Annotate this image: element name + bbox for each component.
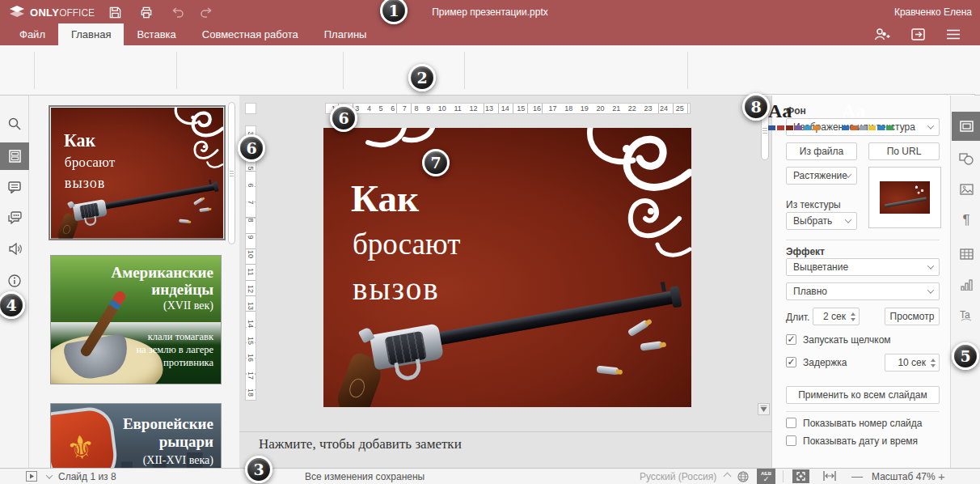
start-on-click-checkbox[interactable]	[786, 334, 796, 345]
fleur-de-lis-icon: ⚜	[64, 427, 97, 468]
chevron-down-icon	[927, 287, 934, 293]
start-slideshow-statusbar-button[interactable]	[26, 471, 37, 482]
slide-thumbnail-1[interactable]: Как бросают вызов	[49, 105, 226, 240]
textart-settings-icon[interactable]: Ta	[952, 301, 980, 330]
ruler-number: 19	[580, 104, 589, 113]
h-ruler[interactable]: 1234567891011121314151617181920212223242…	[325, 103, 691, 114]
next-slide-button[interactable]	[758, 403, 770, 415]
from-file-button[interactable]: Из файла	[786, 142, 857, 160]
user-name: Кравченко Елена	[894, 6, 972, 18]
add-user-icon[interactable]	[872, 26, 893, 42]
background-preview-image	[880, 181, 930, 214]
feedback-icon[interactable]	[0, 235, 29, 262]
brand-bold: ONLY	[30, 6, 59, 19]
set-language-icon[interactable]	[737, 471, 749, 482]
show-slide-number-checkbox[interactable]	[786, 418, 796, 428]
slide2-title: Американскиеиндейцы	[112, 264, 213, 298]
print-button[interactable]	[138, 5, 154, 19]
image-settings-icon[interactable]	[952, 175, 980, 204]
ruler-number: 5	[378, 104, 384, 113]
fill-mode-select[interactable]: Растяжение	[786, 167, 857, 185]
theme-label: Aa	[842, 100, 865, 122]
fit-to-slide-button[interactable]	[792, 469, 809, 483]
spellcheck-button[interactable]: АБВ ✓	[757, 469, 775, 484]
fit-to-width-button[interactable]	[823, 471, 836, 481]
tab-file[interactable]: Файл	[6, 23, 58, 45]
comments-icon[interactable]	[0, 173, 29, 201]
texture-select[interactable]: Выбрать	[786, 212, 857, 230]
preview-effect-button[interactable]: Просмотр	[885, 308, 940, 325]
slide2-subtitle: (XVII век)	[163, 299, 213, 312]
ruler-number: 17	[548, 104, 558, 113]
spinner-arrows-icon[interactable]	[931, 359, 936, 367]
notes-divider[interactable]	[239, 431, 772, 432]
save-button[interactable]	[107, 5, 123, 19]
paragraph-settings-icon[interactable]: ¶	[952, 206, 980, 235]
undo-button[interactable]	[170, 5, 186, 19]
background-preview[interactable]	[868, 167, 941, 228]
brand-light: OFFICE	[59, 7, 95, 19]
ruler-number: 5	[247, 166, 255, 170]
ruler-number: 4	[366, 104, 372, 113]
redo-button[interactable]	[198, 5, 214, 19]
onlyoffice-logo: ONLYOFFICE	[10, 6, 95, 19]
language-selector[interactable]: Русский (Россия)	[640, 471, 716, 482]
tab-plugins[interactable]: Плагины	[311, 23, 380, 45]
apply-to-all-button[interactable]: Применить ко всем слайдам	[786, 386, 940, 404]
shape-settings-icon[interactable]	[952, 144, 980, 173]
chevron-down-icon[interactable]	[46, 472, 53, 478]
ruler-number: 12	[468, 104, 478, 113]
duration-spinner[interactable]: 2 сек	[813, 308, 860, 325]
about-icon[interactable]	[0, 267, 29, 295]
ruler-number: 10	[437, 104, 447, 113]
chevron-up-icon[interactable]	[724, 473, 732, 481]
zoom-out-button[interactable]: —	[851, 469, 863, 482]
delay-spinner[interactable]: 10 сек	[885, 354, 940, 371]
ruler-number: 6	[247, 183, 255, 187]
ruler-number: 6	[390, 104, 395, 113]
ribbon-tabs: Файл Главная Вставка Совместная работа П…	[6, 23, 379, 45]
tab-home[interactable]: Главная	[58, 23, 124, 45]
ruler-number: 8	[413, 104, 419, 113]
slides-panel-icon[interactable]	[0, 142, 29, 170]
search-icon[interactable]	[0, 110, 29, 138]
delay-checkbox[interactable]	[786, 357, 796, 367]
slide-canvas[interactable]: Как бросают вызов	[323, 128, 691, 407]
menu-icon[interactable]	[943, 26, 964, 42]
table-settings-icon[interactable]	[952, 240, 980, 269]
shield-image: ⚜	[50, 405, 120, 468]
tab-collaboration[interactable]: Совместная работа	[189, 23, 311, 45]
ruler-number: 9	[247, 235, 255, 239]
thumbnails-scrollbar[interactable]	[228, 102, 235, 244]
slide-settings-icon[interactable]	[952, 112, 980, 141]
ornament-swirls	[136, 108, 223, 172]
ruler-number: 16	[532, 104, 542, 113]
open-file-location-icon[interactable]	[907, 26, 928, 42]
ornament-swirl-top	[356, 128, 453, 160]
effect-mode-select[interactable]: Плавно	[786, 282, 940, 300]
notes-placeholder[interactable]: Нажмите, чтобы добавить заметки	[259, 436, 462, 452]
layers-icon	[10, 6, 24, 19]
slide-thumbnail-3[interactable]: ⚜ Европейскиерыцари (XII-XVI века)	[50, 403, 222, 468]
show-date-time-label: Показывать дату и время	[803, 435, 918, 447]
show-date-time-checkbox[interactable]	[786, 435, 796, 446]
zoom-level: Масштаб 47%	[872, 471, 936, 482]
tab-insert[interactable]: Вставка	[124, 23, 188, 45]
ruler-number: 17	[247, 371, 255, 380]
slide-thumbnail-2[interactable]: Американскиеиндейцы (XVII век) клали том…	[50, 255, 222, 384]
effect-label: Эффект	[786, 246, 825, 257]
ruler-number: 13	[484, 104, 494, 113]
chart-settings-icon[interactable]	[952, 270, 980, 299]
zoom-in-button[interactable]: +	[938, 469, 945, 483]
spinner-arrows-icon[interactable]	[851, 312, 855, 321]
chat-icon[interactable]	[0, 204, 29, 231]
by-url-button[interactable]: По URL	[868, 142, 940, 160]
ruler-number: 23	[643, 104, 653, 113]
delay-label: Задержка	[803, 357, 847, 368]
ruler-number: 4	[247, 149, 255, 153]
v-ruler[interactable]: 3456789101112131415161718	[245, 125, 256, 401]
slide1-line1: Как	[64, 130, 95, 151]
chevron-down-icon	[927, 122, 934, 129]
show-slide-number-label: Показывать номер слайда	[803, 418, 923, 429]
effect-select[interactable]: Выцветание	[786, 258, 940, 276]
